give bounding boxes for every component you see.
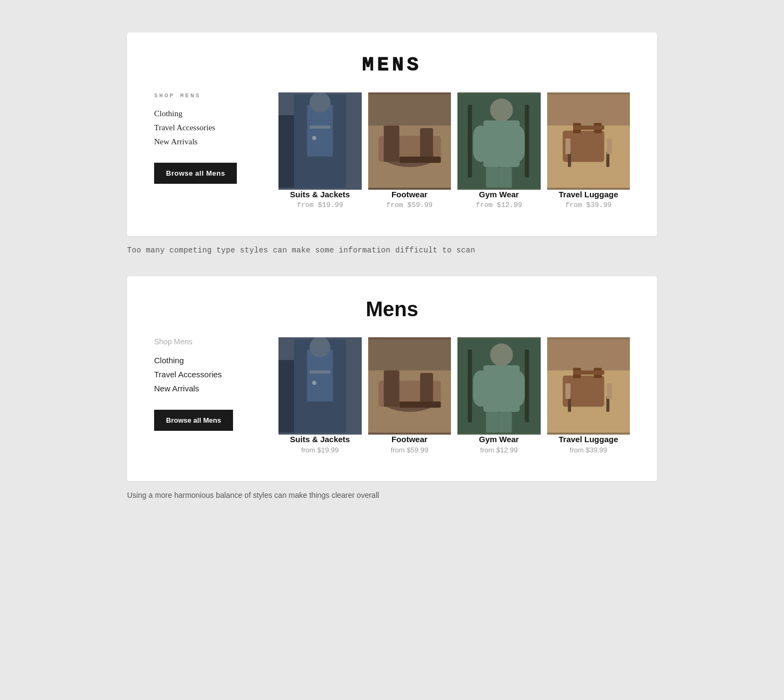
product-name-2: Gym Wear <box>479 435 519 444</box>
svg-rect-22 <box>468 105 472 177</box>
list-item[interactable]: Travel Accessories <box>154 123 262 132</box>
svg-point-38 <box>310 337 330 357</box>
browse-all-mens-button-1[interactable]: Browse all Mens <box>154 163 237 184</box>
product-name-2: Suits & Jackets <box>290 435 350 444</box>
section2-sidebar: Shop Mens Clothing Travel Accessories Ne… <box>154 337 262 454</box>
product-gym: Gym Wear from $12.99 <box>457 92 541 209</box>
clothing-link[interactable]: Clothing <box>154 109 183 118</box>
section2-caption: Using a more harmonious balance of style… <box>127 481 657 521</box>
svg-rect-63 <box>573 370 604 375</box>
section1-body: SHOP MENS Clothing Travel Accessories Ne… <box>154 92 630 209</box>
svg-rect-66 <box>565 383 570 399</box>
svg-rect-54 <box>486 412 499 432</box>
svg-point-16 <box>490 98 513 121</box>
product-price: from $39.99 <box>565 201 612 209</box>
product-luggage: Travel Luggage from $39.99 <box>547 92 630 209</box>
section1-products: Suits & Jackets from $19.99 Foot <box>278 92 630 209</box>
product-gym-2: Gym Wear from $12.99 <box>457 337 541 454</box>
svg-rect-29 <box>573 125 604 130</box>
svg-rect-47 <box>399 402 441 408</box>
svg-rect-56 <box>468 350 472 422</box>
product-name: Suits & Jackets <box>290 190 350 199</box>
svg-rect-20 <box>486 167 499 188</box>
section1-nav: Clothing Travel Accessories New Arrivals <box>154 109 262 146</box>
svg-rect-57 <box>525 350 529 422</box>
svg-rect-23 <box>525 105 529 177</box>
section1-title: MENS <box>154 54 630 76</box>
svg-rect-40 <box>312 381 316 385</box>
travel-accessories-link[interactable]: Travel Accessories <box>154 123 215 132</box>
product-price: from $19.99 <box>297 201 343 209</box>
product-suits: Suits & Jackets from $19.99 <box>278 92 362 209</box>
section1-shop-label: SHOP MENS <box>154 92 262 99</box>
browse-all-mens-button-2[interactable]: Browse all Mens <box>154 410 233 431</box>
list-item[interactable]: Clothing <box>154 356 262 365</box>
list-item[interactable]: New Arrivals <box>154 384 262 394</box>
product-luggage-2: Travel Luggage from $39.99 <box>547 337 630 454</box>
suits-image <box>278 92 362 190</box>
product-price-2: from $12.99 <box>480 446 517 454</box>
product-name: Travel Luggage <box>559 190 618 199</box>
svg-rect-11 <box>383 125 399 162</box>
section2-shop-label: Shop Mens <box>154 337 262 346</box>
section2-nav: Clothing Travel Accessories New Arrivals <box>154 356 262 394</box>
product-footwear-2: Footwear from $59.99 <box>368 337 451 454</box>
gym-image <box>457 92 541 190</box>
list-item[interactable]: Travel Accessories <box>154 370 262 379</box>
svg-rect-6 <box>312 136 316 140</box>
svg-rect-55 <box>499 412 512 432</box>
list-item[interactable]: Clothing <box>154 109 262 118</box>
product-price: from $12.99 <box>476 201 522 209</box>
product-price-2: from $59.99 <box>391 446 428 454</box>
footwear-image <box>368 92 451 190</box>
svg-point-4 <box>310 92 330 112</box>
section1-card: MENS SHOP MENS Clothing Travel Accessori… <box>127 32 657 236</box>
section2-body: Shop Mens Clothing Travel Accessories Ne… <box>154 337 630 454</box>
svg-rect-32 <box>565 138 570 154</box>
new-arrivals-link-2[interactable]: New Arrivals <box>154 384 199 393</box>
svg-rect-19 <box>509 125 525 162</box>
svg-rect-21 <box>499 167 512 188</box>
luggage-image-2 <box>547 337 630 435</box>
section2-card: Mens Shop Mens Clothing Travel Accessori… <box>127 276 657 481</box>
section2-products: Suits & Jackets from $19.99 Foot <box>278 337 630 454</box>
gym-image-2 <box>457 337 541 435</box>
section1-sidebar: SHOP MENS Clothing Travel Accessories Ne… <box>154 92 262 209</box>
svg-rect-39 <box>310 370 330 374</box>
product-suits-2: Suits & Jackets from $19.99 <box>278 337 362 454</box>
section1-caption: Too many competing type styles can make … <box>127 236 657 276</box>
section2-title: Mens <box>154 298 630 321</box>
clothing-link-2[interactable]: Clothing <box>154 356 184 365</box>
svg-rect-52 <box>473 370 489 406</box>
product-price-2: from $19.99 <box>301 446 338 454</box>
svg-point-50 <box>490 343 513 366</box>
svg-rect-67 <box>607 383 612 399</box>
list-item[interactable]: New Arrivals <box>154 137 262 146</box>
new-arrivals-link[interactable]: New Arrivals <box>154 137 197 146</box>
product-name-2: Travel Luggage <box>559 435 618 444</box>
svg-rect-33 <box>607 138 612 154</box>
luggage-image <box>547 92 630 190</box>
travel-accessories-link-2[interactable]: Travel Accessories <box>154 370 222 379</box>
svg-rect-45 <box>383 370 399 406</box>
product-name-2: Footwear <box>391 435 428 444</box>
svg-rect-18 <box>473 125 489 162</box>
product-price: from $59.99 <box>386 201 433 209</box>
svg-rect-5 <box>310 125 330 129</box>
product-price-2: from $39.99 <box>570 446 607 454</box>
product-name: Gym Wear <box>479 190 519 199</box>
footwear-image-2 <box>368 337 451 435</box>
product-footwear: Footwear from $59.99 <box>368 92 451 209</box>
svg-rect-13 <box>399 157 441 163</box>
product-name: Footwear <box>391 190 428 199</box>
suits-image-2 <box>278 337 362 435</box>
svg-rect-53 <box>509 370 525 406</box>
